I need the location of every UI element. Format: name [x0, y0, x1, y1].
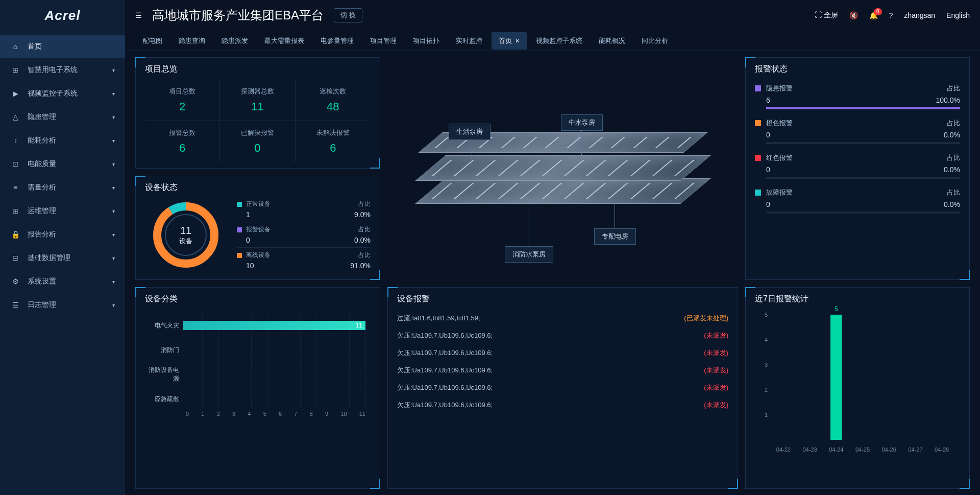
- alarm-row[interactable]: 欠压:Ua109.7,Ub109.6,Uc109.6;(未派发): [397, 344, 728, 362]
- dstat-row: 离线设备占比1091.0%: [237, 248, 371, 273]
- tab-6[interactable]: 项目拓扑: [406, 32, 447, 50]
- astat-row: 故障报警占比00.0%: [755, 188, 960, 214]
- chevron-down-icon: ▾: [112, 114, 115, 120]
- stat-cell: 已解决报警0: [220, 121, 295, 162]
- sidebar-item-7[interactable]: ⊞运维管理▾: [0, 199, 125, 223]
- panel-title: 设备状态: [145, 182, 178, 193]
- stat-cell: 报警总数6: [145, 121, 220, 162]
- chevron-down-icon: ▾: [112, 67, 115, 73]
- panel-title: 近7日报警统计: [755, 294, 960, 304]
- sidebar-item-0[interactable]: ⌂首页: [0, 35, 125, 58]
- menu-icon: ▶: [10, 89, 20, 98]
- tab-8[interactable]: 首页✕: [492, 32, 527, 50]
- menu-label: 需量分析: [28, 183, 56, 192]
- panel-project-overview: 项目总览 项目总数2探测器总数11巡检次数48报警总数6已解决报警0未解决报警6: [135, 57, 380, 169]
- bar-col: [902, 315, 929, 440]
- tab-9[interactable]: 视频监控子系统: [529, 32, 590, 50]
- menu-label: 视频监控子系统: [28, 89, 78, 98]
- language-switch[interactable]: English: [946, 11, 970, 19]
- page-title: 高地城市服务产业集团EBA平台: [152, 7, 324, 23]
- tab-11[interactable]: 同比分析: [634, 32, 675, 50]
- sidebar-item-8[interactable]: 🔒报告分析▾: [0, 223, 125, 246]
- panel-title: 项目总览: [145, 64, 371, 75]
- sidebar: Acrel ⌂首页⊞智慧用电子系统▾▶视频监控子系统▾△隐患管理▾⫾能耗分析▾⊡…: [0, 0, 125, 495]
- username[interactable]: zhangsan: [904, 11, 935, 19]
- astat-row: 隐患报警占比6100.0%: [755, 84, 960, 109]
- tab-3[interactable]: 最大需量报表: [257, 32, 311, 50]
- menu-icon: ≡: [10, 183, 20, 192]
- panel-alarm-status: 报警状态 隐患报警占比6100.0%橙色报警占比00.0%红色报警占比00.0%…: [745, 57, 970, 280]
- menu-label: 系统设置: [28, 277, 56, 286]
- volume-icon[interactable]: 🔇: [849, 11, 858, 19]
- donut-chart: 11 设备: [145, 197, 227, 273]
- panel-title: 报警状态: [755, 64, 960, 75]
- tab-7[interactable]: 实时监控: [449, 32, 489, 50]
- dstat-row: 正常设备占比19.0%: [237, 197, 371, 222]
- tab-1[interactable]: 隐患查询: [172, 32, 212, 50]
- menu-label: 智慧用电子系统: [28, 65, 78, 75]
- marker-a[interactable]: 生活泵房: [449, 124, 491, 140]
- alarm-row[interactable]: 欠压:Ua109.7,Ub109.6,Uc109.6;(未派发): [397, 396, 728, 414]
- hbar-row: 消防设备电源: [145, 369, 365, 380]
- menu-label: 基础数据管理: [28, 253, 70, 263]
- help-icon[interactable]: ?: [889, 11, 893, 19]
- panel-week-chart: 近7日报警统计 12345504-2204-2304-2404-2504-260…: [745, 287, 970, 489]
- sidebar-item-11[interactable]: ☰日志管理▾: [0, 293, 125, 317]
- chevron-down-icon: ▾: [112, 161, 115, 167]
- sidebar-item-2[interactable]: ▶视频监控子系统▾: [0, 82, 125, 105]
- fullscreen-button[interactable]: ⛶ 全屏: [815, 11, 838, 20]
- menu-icon: ⊞: [10, 66, 20, 74]
- marker-d[interactable]: 专配电房: [594, 228, 636, 245]
- close-icon[interactable]: ✕: [515, 38, 520, 44]
- bar-chart: 12345504-2204-2304-2404-2504-2604-2704-2…: [755, 310, 960, 453]
- hbar-chart: 电气火灾11消防门消防设备电源应急疏散01234567891011: [145, 310, 371, 417]
- alarm-row[interactable]: 欠压:Ua109.7,Ub109.6,Uc109.6;(未派发): [397, 362, 728, 379]
- donut-center: 11 设备: [179, 225, 192, 246]
- chevron-down-icon: ▾: [112, 279, 115, 285]
- logo: Acrel: [0, 0, 125, 31]
- menu-icon: ⚙: [10, 277, 20, 286]
- hbar-row: 电气火灾11: [145, 320, 365, 331]
- alarm-row[interactable]: 欠压:Ua109.7,Ub109.6,Uc109.6;(未派发): [397, 379, 728, 396]
- markers: 生活泵房 中水泵房 消防水泵房 专配电房: [387, 57, 738, 280]
- tab-10[interactable]: 能耗概况: [592, 32, 632, 50]
- menu-label: 日志管理: [28, 300, 56, 310]
- dstat-row: 报警设备占比00.0%: [237, 222, 371, 248]
- sidebar-item-10[interactable]: ⚙系统设置▾: [0, 270, 125, 293]
- bar-col: [797, 315, 823, 440]
- menu-icon: ☰: [10, 301, 20, 309]
- menu-icon: ⊟: [10, 254, 20, 262]
- sidebar-item-9[interactable]: ⊟基础数据管理▾: [0, 246, 125, 270]
- alarm-row[interactable]: 过流:Ia81.6,Ib81.59,Ic81.59;(已派发未处理): [397, 310, 728, 327]
- notification-button[interactable]: 🔔0: [869, 11, 878, 19]
- sidebar-item-6[interactable]: ≡需量分析▾: [0, 176, 125, 199]
- astat-row: 橙色报警占比00.0%: [755, 119, 960, 144]
- tabs: 配电图隐患查询隐患派发最大需量报表电参量管理项目管理项目拓扑实时监控首页✕视频监…: [125, 31, 980, 51]
- sidebar-item-5[interactable]: ⊡电能质量▾: [0, 152, 125, 176]
- building-3d-view[interactable]: 生活泵房 中水泵房 消防水泵房 专配电房: [387, 57, 738, 280]
- alarm-row[interactable]: 欠压:Ua109.7,Ub109.6,Uc109.6;(未派发): [397, 327, 728, 344]
- tab-5[interactable]: 项目管理: [363, 32, 404, 50]
- panel-device-alarm: 设备报警 过流:Ia81.6,Ib81.59,Ic81.59;(已派发未处理)欠…: [387, 287, 738, 489]
- stats-grid: 项目总数2探测器总数11巡检次数48报警总数6已解决报警0未解决报警6: [145, 80, 371, 162]
- menu-toggle-icon[interactable]: ☰: [135, 11, 142, 19]
- sidebar-item-4[interactable]: ⫾能耗分析▾: [0, 129, 125, 152]
- sidebar-item-3[interactable]: △隐患管理▾: [0, 105, 125, 129]
- chevron-down-icon: ▾: [112, 138, 115, 144]
- tab-4[interactable]: 电参量管理: [313, 32, 361, 50]
- bar-col: [928, 315, 955, 440]
- astat-row: 红色报警占比00.0%: [755, 153, 960, 179]
- bar-col: [770, 315, 797, 440]
- switch-button[interactable]: 切 换: [334, 8, 362, 22]
- menu-icon: ⊞: [10, 207, 20, 215]
- chevron-down-icon: ▾: [112, 302, 115, 308]
- marker-b[interactable]: 中水泵房: [561, 114, 603, 131]
- menu-label: 报告分析: [28, 230, 56, 239]
- tab-0[interactable]: 配电图: [135, 32, 169, 50]
- hbar-row: 消防门: [145, 344, 365, 356]
- bar-col: [849, 315, 876, 440]
- tab-2[interactable]: 隐患派发: [214, 32, 255, 50]
- stat-cell: 巡检次数48: [296, 80, 371, 121]
- sidebar-item-1[interactable]: ⊞智慧用电子系统▾: [0, 58, 125, 82]
- marker-c[interactable]: 消防水泵房: [505, 246, 553, 263]
